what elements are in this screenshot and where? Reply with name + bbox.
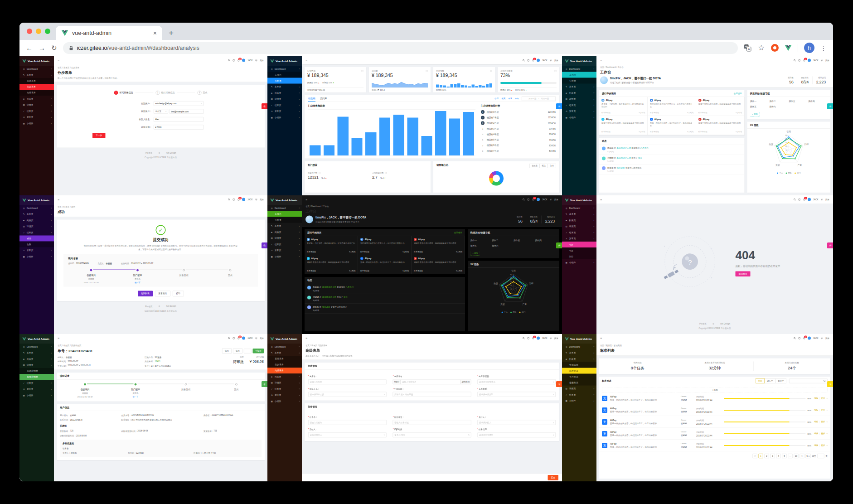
- menu-item[interactable]: 分步表单: [267, 362, 302, 368]
- info-icon[interactable]: [554, 70, 557, 72]
- username[interactable]: JACK: [813, 59, 819, 62]
- menu-item[interactable]: ✓结果页∧: [19, 229, 54, 236]
- browser-tab[interactable]: vue-antd-admin ×: [56, 26, 162, 40]
- submit-button[interactable]: 提交: [548, 475, 559, 480]
- user-avatar[interactable]: [242, 337, 245, 340]
- app-logo[interactable]: Vue Antd Admin: [19, 334, 54, 344]
- channel-button[interactable]: 全渠道: [529, 164, 540, 168]
- menu-item[interactable]: ✓结果页∨: [267, 386, 302, 392]
- menu-item[interactable]: 成功: [19, 236, 54, 242]
- theme-setting-button[interactable]: [827, 103, 833, 109]
- form-input[interactable]: 请输入任务名: [308, 420, 387, 425]
- form-input[interactable]: 请选择时间◷: [393, 432, 471, 437]
- back-home-button[interactable]: 返回首页: [736, 271, 751, 276]
- menu-item[interactable]: ✎表单页∨: [19, 211, 54, 218]
- github-icon[interactable]: ⊙: [712, 323, 714, 326]
- menu-item[interactable]: ▦小组件∨: [562, 259, 596, 266]
- project-group-link[interactable]: 科学搬砖组: [698, 111, 708, 114]
- close-window-button[interactable]: [27, 29, 32, 34]
- help-icon[interactable]: [798, 337, 801, 339]
- project-card[interactable]: ○Alipay 城镇中有那么多的酒馆，她却偏偏走进了我的酒馆 科学搬砖组9小时前: [599, 116, 648, 135]
- search-icon[interactable]: [228, 198, 230, 201]
- menu-item[interactable]: 500: [562, 253, 596, 259]
- project-group-link[interactable]: 科学搬砖组: [307, 270, 316, 272]
- menu-item[interactable]: ▤详情页∨: [562, 386, 596, 392]
- app-logo[interactable]: Vue Antd Admin: [19, 195, 54, 205]
- date-range-picker[interactable]: 开始日期~结束日期: [522, 96, 556, 101]
- page-button[interactable]: ···: [788, 454, 792, 458]
- edit-link[interactable]: 编辑: [814, 444, 818, 447]
- menu-item[interactable]: 基础详情页: [19, 368, 54, 374]
- notification-bell[interactable]: 12: [237, 337, 240, 339]
- project-group-link[interactable]: 科学搬砖组: [360, 270, 369, 272]
- menu-item[interactable]: ✎表单页∨: [562, 84, 596, 90]
- prev-page-button[interactable]: <: [752, 454, 757, 458]
- menu-item[interactable]: 403: [562, 247, 596, 253]
- more-link[interactable]: 更多: [821, 409, 825, 412]
- next-page-button[interactable]: >: [800, 454, 804, 458]
- project-card[interactable]: ◆Alipay 那时候我只会想自己想要什么，从不想自己拥有什么 科学搬砖组9小时…: [358, 236, 412, 255]
- form-input[interactable]: 请选择责任人∨: [308, 432, 387, 437]
- menu-item[interactable]: 高级详情页: [19, 374, 54, 380]
- list-row[interactable]: 支 AliPay那是一种内在的东西，他们到达不了，也无法触及的 Owner付晓晓…: [599, 428, 830, 440]
- theme-setting-button[interactable]: [556, 103, 562, 109]
- gear-icon[interactable]: [821, 337, 824, 339]
- menu-item[interactable]: ▦小组件∨: [267, 398, 302, 404]
- username[interactable]: JACK: [247, 337, 253, 339]
- menu-item[interactable]: 分析页: [267, 217, 302, 223]
- menu-item[interactable]: ≣列表页∨: [562, 90, 596, 96]
- payee-name-input[interactable]: Alex: [154, 117, 204, 122]
- theme-setting-button[interactable]: [827, 381, 833, 387]
- breadcrumb[interactable]: 首页 / Dashboard / 工作台: [305, 205, 558, 208]
- menu-item[interactable]: ◎Dashboard∨: [19, 66, 54, 72]
- project-card[interactable]: AAlipay 城镇中有那么多的酒馆，她却偏偏走进了我的酒馆 科学搬砖组9小时前: [412, 236, 465, 255]
- help-icon[interactable]: [798, 198, 801, 201]
- menu-item[interactable]: 高级表单: [19, 90, 54, 96]
- breadcrumb[interactable]: 首页 / 列表页 / 标准列表: [600, 344, 829, 347]
- translate-icon[interactable]: [744, 44, 751, 52]
- breadcrumb[interactable]: 首页 / 详情页 / 高级详情页: [58, 344, 264, 347]
- filter-all[interactable]: 全部: [756, 378, 765, 383]
- edit-link[interactable]: 编辑: [814, 421, 818, 424]
- receive-type-select[interactable]: 支付宝∨: [154, 109, 168, 114]
- help-icon[interactable]: [233, 59, 235, 62]
- list-row[interactable]: 支 AliPay那是一种内在的东西，他们到达不了，也无法触及的 Owner付晓晓…: [599, 440, 830, 451]
- info-icon[interactable]: [490, 70, 492, 72]
- edit-link[interactable]: 编辑: [814, 397, 818, 400]
- range-link[interactable]: 本周: [501, 97, 505, 100]
- quick-link[interactable]: 操作五: [470, 245, 492, 248]
- reload-button[interactable]: ↻: [51, 44, 57, 52]
- menu-item[interactable]: 标准列表: [562, 368, 596, 374]
- help-icon[interactable]: [527, 198, 530, 201]
- help-icon[interactable]: [233, 198, 235, 201]
- more-link[interactable]: 更多: [821, 432, 825, 436]
- menu-item[interactable]: 404: [562, 242, 596, 247]
- menu-fold-icon[interactable]: ≡: [305, 198, 307, 201]
- menu-item[interactable]: 卡片列表: [562, 374, 596, 380]
- form-input[interactable]: 请选择仓库管理员∨: [477, 379, 556, 384]
- maximize-window-button[interactable]: [45, 29, 50, 34]
- menu-item[interactable]: ▦小组件∨: [267, 253, 302, 260]
- gear-icon[interactable]: [821, 59, 824, 62]
- gear-icon[interactable]: [550, 59, 553, 62]
- menu-item[interactable]: ◎Dashboard∨: [562, 344, 596, 350]
- language-switch[interactable]: 简体: [260, 59, 264, 62]
- quick-link[interactable]: 操作二: [492, 239, 514, 242]
- menu-item[interactable]: ◎Dashboard∨: [19, 205, 54, 211]
- menu-fold-icon[interactable]: ≡: [600, 58, 602, 62]
- gear-icon[interactable]: [821, 198, 824, 201]
- app-logo[interactable]: Vue Antd Admin: [562, 334, 596, 344]
- user-avatar[interactable]: [808, 337, 811, 340]
- quick-link[interactable]: 操作一: [750, 100, 770, 103]
- menu-item[interactable]: 分析页: [562, 78, 596, 84]
- search-icon[interactable]: [522, 337, 525, 339]
- footer-link[interactable]: Pro首页: [145, 152, 153, 155]
- menu-item[interactable]: ✓结果页∨: [562, 102, 596, 108]
- menu-item[interactable]: ▤详情页∧: [19, 362, 54, 368]
- menu-item[interactable]: 分步表单: [19, 84, 54, 90]
- add-link-button[interactable]: + 添加: [470, 252, 480, 256]
- user-avatar[interactable]: [537, 59, 540, 62]
- app-logo[interactable]: Vue Antd Admin: [267, 334, 302, 344]
- add-link-button[interactable]: + 添加: [750, 112, 760, 116]
- project-card[interactable]: ◆Alipay 那时候我只会想自己想要什么，从不想自己拥有什么 科学搬砖组9小时…: [648, 97, 696, 116]
